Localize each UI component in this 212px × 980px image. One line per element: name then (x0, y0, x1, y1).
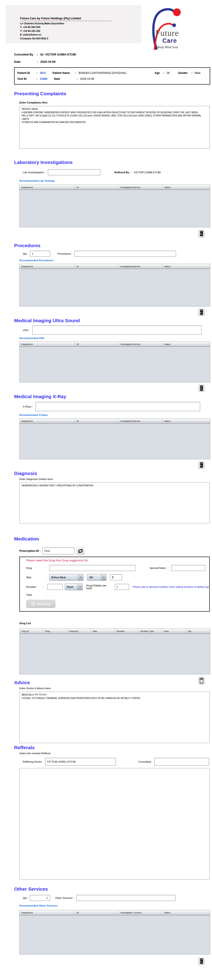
other-services-qty-input[interactable] (30, 895, 50, 901)
column-header: ID (75, 342, 119, 346)
duration-unit-select[interactable]: Day/s▼ (65, 584, 83, 590)
date-value: 2025-10-06 (40, 60, 56, 64)
section-title-referrals: Refferals (14, 745, 212, 750)
patient-name-label: Patient Name (53, 70, 75, 76)
total-label: Total (26, 593, 46, 596)
other-services-qty-label: Qty (23, 897, 28, 899)
recommended-uss-link: Recommended USS (19, 337, 212, 340)
duration-input[interactable] (47, 584, 63, 590)
logo-tagline: Body Mind Soul (157, 46, 178, 49)
chevron-down-icon: ▼ (77, 584, 82, 590)
referred-by-value: VICTOR OJIMA ETUBI (134, 171, 161, 174)
add-drug-button[interactable]: + Add Drug (26, 600, 55, 608)
section-title-ultrasound: Medical Imaging Ultra Sound (14, 318, 212, 323)
procedures-qty-label: Qty (23, 252, 28, 255)
special-notes-input[interactable] (171, 565, 206, 571)
column-header: Drug ID (19, 629, 43, 633)
patient-id-label: Patient ID (17, 70, 37, 76)
column-header: Note (162, 629, 186, 633)
per-meal-input[interactable] (115, 584, 129, 590)
trash-icon (199, 958, 204, 964)
company-phone-2: T: +24 84 225 252 (20, 30, 112, 32)
uss-table: DepartmentIDInvestigation/ServiceStatus (19, 342, 210, 382)
column-header: Investigation/Service (119, 342, 162, 346)
consultant-label: Consultant (138, 760, 151, 763)
xray-table: DepartmentIDInvestigation/ServiceStatus (19, 418, 210, 459)
drug-input[interactable] (49, 565, 136, 571)
section-title-procedures: Procedures (14, 243, 212, 248)
diagnosis-textarea[interactable]: HEMORROIDS ( REFRACTORY ) PRECIPITAED BY… (19, 482, 210, 523)
uss-input[interactable] (32, 326, 201, 335)
procedures-label: Procedures (58, 252, 72, 255)
prescription-id-label: Prescription ID (19, 549, 40, 552)
company-logo: Future Care ♥ Body Mind Soul (141, 3, 207, 51)
visit-date-label: Date (54, 76, 77, 82)
procedures-qty-input[interactable] (30, 251, 50, 257)
recommended-xray-link: Recommended X-Rays (19, 414, 212, 417)
decimal-note: Please add as decimal numbers when addin… (133, 585, 209, 588)
gender-label: Gender (178, 70, 191, 76)
clear-lab-button[interactable] (198, 230, 205, 237)
clear-procedures-button[interactable] (198, 308, 205, 316)
complaints-textarea[interactable]: PATIENT SEEN. A KNOWN CHRONIC HEMORROIDS… (19, 106, 210, 149)
recommended-lab-testings-link: Recommended Lab Testings (19, 179, 212, 182)
lab-investigation-label: Lab Investingation (23, 171, 46, 174)
other-services-input[interactable] (76, 895, 175, 901)
column-header: ID (75, 185, 119, 189)
drug-list-table-header: Drug IDDrugFequencyWayDurationDuration T… (19, 628, 210, 634)
recommended-procedures-link: Recommended Procedures (19, 259, 212, 262)
drug-list-table-body (19, 634, 210, 675)
heart-icon: ♥ (167, 39, 169, 43)
column-header: Duration (115, 629, 138, 633)
way-select[interactable]: Before Meal▼ (49, 574, 84, 581)
company-number: Company No.8417652-2 (20, 37, 112, 40)
per-meal-label: Drugs/Tablets per meal (86, 584, 112, 590)
trash-icon (199, 230, 204, 237)
procedures-table-header: DepartmentIDInvestigation/ServiceStatus (19, 264, 210, 269)
xray-table-body (19, 423, 210, 459)
uss-label: USS (23, 329, 30, 331)
clear-uss-button[interactable] (198, 384, 205, 392)
drug-list-table: Drug IDDrugFequencyWayDurationDuration T… (19, 628, 210, 675)
clear-advice-button[interactable] (198, 677, 205, 684)
trash-outline-icon (199, 677, 204, 684)
xray-input[interactable] (35, 402, 200, 411)
special-notes-label: Special Notes (149, 566, 166, 570)
visit-date-value: 2025-10-06 (80, 77, 94, 81)
column-header: ID (75, 418, 119, 423)
procedures-input[interactable] (74, 251, 176, 257)
clear-other-services-button[interactable] (198, 957, 205, 965)
lab-table-body (19, 190, 210, 228)
visit-id-label: Visit ID (17, 76, 37, 82)
date-label: Date (14, 60, 37, 64)
referrals-label: Select the needed Refferal (19, 752, 212, 755)
company-address: Le Chainter,Victoria,Mahe,Seychelles (20, 22, 112, 25)
referring-doctor-input[interactable] (45, 758, 116, 765)
frequency-qty-input[interactable] (110, 574, 122, 580)
company-phone-1: T: +24 82 593 593 (20, 26, 112, 29)
section-title-medication: Medication (14, 536, 212, 542)
company-title: Future Care by Future Holdings (Pty) Lim… (20, 17, 112, 21)
age-label: Age (154, 70, 163, 76)
column-header: Fequency (67, 629, 91, 633)
frequency-select[interactable]: OD▼ (87, 574, 106, 581)
advice-textarea[interactable]: MEDICALLY FIT TO FLY COUSEL TO CONSULT G… (19, 692, 210, 743)
lab-investigation-input[interactable] (48, 169, 100, 175)
consulted-by-value: Dr. VICTOR OJIMA ETUBI (40, 53, 76, 56)
advice-section: Advice Enter Doctor's Advice Here MEDICA… (0, 680, 212, 743)
lab-table-header: DepartmentIDInvestigation/ServiceStatus (19, 185, 210, 190)
xray-label: X-Rays (23, 405, 33, 408)
column-header: Investigation / Service (119, 910, 162, 915)
consultant-input[interactable] (154, 758, 209, 765)
column-header: Status (162, 418, 210, 423)
consultation-page: Future Care by Future Holdings (Pty) Lim… (0, 0, 212, 980)
column-header: Investigation/Service (119, 418, 162, 423)
clear-xray-button[interactable] (198, 461, 205, 469)
prescription-id-input[interactable] (42, 547, 74, 554)
lab-testings-table: DepartmentIDInvestigation/ServiceStatus (19, 185, 210, 228)
other-services-table-body (19, 915, 210, 955)
refresh-prescription-button[interactable] (77, 547, 84, 555)
column-header: Status (162, 910, 210, 915)
chevron-down-icon: ▼ (101, 574, 106, 581)
patient-info-box: Patient ID 3815 Patient Name BANUKA CHAT… (14, 67, 210, 84)
